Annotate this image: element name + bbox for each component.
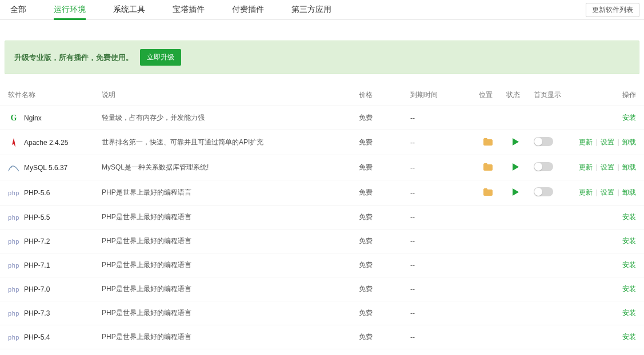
- settings-link[interactable]: 设置: [601, 138, 614, 146]
- software-desc: MySQL是一种关系数据库管理系统!: [97, 155, 354, 180]
- ops-cell: 更新 | 设置 | 卸载: [568, 130, 644, 155]
- ops-cell: 安装: [568, 325, 644, 349]
- software-name: Apache 2.4.25: [24, 139, 68, 147]
- price-cell: 免费: [354, 325, 406, 349]
- software-desc: 轻量级，占有内存少，并发能力强: [97, 106, 354, 130]
- ops-cell: 安装: [568, 205, 644, 229]
- install-link[interactable]: 安装: [622, 114, 636, 122]
- software-name-cell: Apache 2.4.25: [8, 138, 93, 147]
- table-row: phpPHP-7.3PHP是世界上最好的编程语言免费--安装: [0, 301, 644, 325]
- price-cell: 免费: [354, 349, 406, 356]
- uninstall-link[interactable]: 卸载: [622, 163, 636, 171]
- update-software-list-button[interactable]: 更新软件列表: [586, 3, 639, 17]
- update-link[interactable]: 更新: [579, 163, 593, 171]
- price-cell: 免费: [354, 180, 406, 205]
- folder-icon[interactable]: [483, 138, 493, 147]
- software-desc: PHP是世界上最好的编程语言: [97, 349, 354, 356]
- software-desc: PHP是世界上最好的编程语言: [97, 301, 354, 325]
- table-row: GNginx轻量级，占有内存少，并发能力强免费--安装: [0, 106, 644, 130]
- php-icon: php: [8, 238, 19, 245]
- software-name: PHP-7.3: [24, 309, 50, 317]
- install-link[interactable]: 安装: [622, 213, 636, 221]
- software-desc: PHP是世界上最好的编程语言: [97, 325, 354, 349]
- update-link[interactable]: 更新: [579, 188, 593, 196]
- install-link[interactable]: 安装: [622, 261, 636, 269]
- settings-link[interactable]: 设置: [601, 163, 614, 171]
- install-link[interactable]: 安装: [622, 237, 636, 245]
- tab-5[interactable]: 第三方应用: [291, 0, 331, 19]
- price-cell: 免费: [354, 277, 406, 301]
- table-row: phpPHP-5.4PHP是世界上最好的编程语言免费--安装: [0, 325, 644, 349]
- price-cell: 免费: [354, 229, 406, 253]
- tab-2[interactable]: 系统工具: [113, 0, 145, 19]
- expire-cell: --: [406, 229, 474, 253]
- table-row: phpPHP-7.0PHP是世界上最好的编程语言免费--安装: [0, 277, 644, 301]
- table-row: phpPHP-7.1PHP是世界上最好的编程语言免费--安装: [0, 253, 644, 277]
- install-link[interactable]: 安装: [622, 333, 636, 341]
- settings-link[interactable]: 设置: [601, 188, 614, 196]
- price-cell: 免费: [354, 205, 406, 229]
- install-link[interactable]: 安装: [622, 285, 636, 293]
- software-name: MySQL 5.6.37: [24, 164, 67, 172]
- software-name-cell: phpPHP-5.6: [8, 188, 93, 197]
- price-cell: 免费: [354, 106, 406, 130]
- tab-3[interactable]: 宝塔插件: [173, 0, 205, 19]
- expire-cell: --: [406, 325, 474, 349]
- apache-icon: [11, 138, 17, 147]
- mysql-icon: [8, 164, 19, 172]
- expire-cell: --: [406, 180, 474, 205]
- header-ops: 操作: [568, 84, 644, 106]
- expire-cell: --: [406, 155, 474, 180]
- software-desc: PHP是世界上最好的编程语言: [97, 205, 354, 229]
- home-toggle[interactable]: [534, 162, 553, 171]
- play-icon[interactable]: [513, 163, 519, 171]
- home-toggle[interactable]: [534, 137, 553, 146]
- folder-icon[interactable]: [483, 188, 493, 197]
- php-icon: php: [8, 310, 19, 317]
- expire-cell: --: [406, 253, 474, 277]
- expire-cell: --: [406, 106, 474, 130]
- software-name-cell: MySQL 5.6.37: [8, 163, 93, 172]
- banner-text: 升级专业版，所有插件，免费使用。: [14, 53, 133, 63]
- uninstall-link[interactable]: 卸载: [622, 138, 636, 146]
- software-name: PHP-7.2: [24, 237, 50, 245]
- ops-cell: 安装: [568, 253, 644, 277]
- ops-cell: 更新 | 设置 | 卸载: [568, 155, 644, 180]
- php-icon: php: [8, 334, 19, 341]
- header-price: 价格: [354, 84, 406, 106]
- expire-cell: --: [406, 277, 474, 301]
- header-location: 位置: [474, 84, 502, 106]
- price-cell: 免费: [354, 301, 406, 325]
- header-desc: 说明: [97, 84, 354, 106]
- header-name: 软件名称: [0, 84, 97, 106]
- ops-cell: 更新 | 设置 | 卸载: [568, 180, 644, 205]
- software-name-cell: phpPHP-5.5: [8, 213, 93, 222]
- play-icon[interactable]: [513, 138, 519, 146]
- php-icon: php: [8, 262, 19, 269]
- folder-icon[interactable]: [483, 163, 493, 172]
- software-name: PHP-7.1: [24, 261, 50, 269]
- tab-0[interactable]: 全部: [10, 0, 26, 19]
- software-name: PHP-7.0: [24, 285, 50, 293]
- update-link[interactable]: 更新: [579, 138, 593, 146]
- software-desc: PHP是世界上最好的编程语言: [97, 229, 354, 253]
- play-icon[interactable]: [513, 188, 519, 196]
- header-home: 首页显示: [529, 84, 568, 106]
- expire-cell: --: [406, 349, 474, 356]
- software-name-cell: phpPHP-7.1: [8, 261, 93, 270]
- upgrade-now-button[interactable]: 立即升级: [140, 49, 181, 66]
- tab-1[interactable]: 运行环境: [54, 0, 86, 19]
- tab-bar: 全部运行环境系统工具宝塔插件付费插件第三方应用更新软件列表: [0, 0, 644, 20]
- ops-cell: 安装: [568, 277, 644, 301]
- table-row: phpPHP-5.5PHP是世界上最好的编程语言免费--安装: [0, 205, 644, 229]
- software-name: PHP-5.5: [24, 213, 50, 221]
- uninstall-link[interactable]: 卸载: [622, 188, 636, 196]
- tab-4[interactable]: 付费插件: [232, 0, 264, 19]
- table-row: Apache 2.4.25世界排名第一，快速、可靠并且可通过简单的API扩充免费…: [0, 130, 644, 155]
- home-toggle[interactable]: [534, 187, 553, 196]
- expire-cell: --: [406, 205, 474, 229]
- upgrade-banner: 升级专业版，所有插件，免费使用。 立即升级: [5, 41, 639, 74]
- software-name: Nginx: [24, 114, 42, 122]
- install-link[interactable]: 安装: [622, 309, 636, 317]
- expire-cell: --: [406, 130, 474, 155]
